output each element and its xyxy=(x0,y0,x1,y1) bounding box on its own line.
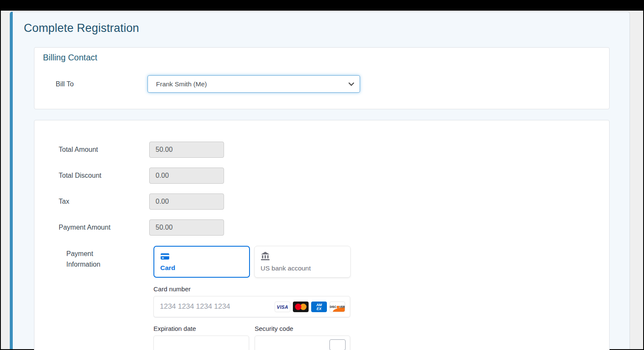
page-title: Complete Registration xyxy=(24,22,630,35)
card-icon xyxy=(160,252,170,261)
bill-to-select-wrap: Frank Smith (Me) xyxy=(148,75,360,93)
expiration-date-field xyxy=(153,336,249,350)
payment-method-tab-us-bank-account-label: US bank account xyxy=(261,265,344,272)
card-number-label: Card number xyxy=(153,285,350,293)
billing-contact-card: Billing Contact Bill To Frank Smith (Me) xyxy=(34,47,610,109)
total-amount-input xyxy=(149,142,224,158)
expiration-security-row: Expiration date Security code xyxy=(153,317,350,350)
payment-method-tab-us-bank-account[interactable]: US bank account xyxy=(254,246,351,278)
card-number-field: VISA AM EX xyxy=(153,296,350,317)
security-code-field xyxy=(255,336,350,350)
total-discount-row: Total Discount xyxy=(34,168,609,184)
card-brand-icons: VISA AM EX xyxy=(275,302,345,312)
total-amount-label: Total Amount xyxy=(34,146,149,154)
desktop-background: Complete Registration Billing Contact Bi… xyxy=(1,11,643,349)
payment-method-tab-card[interactable]: Card xyxy=(153,246,250,278)
top-bar xyxy=(0,0,644,11)
bill-to-select[interactable]: Frank Smith (Me) xyxy=(148,75,360,93)
tax-input xyxy=(149,193,224,210)
security-code-label: Security code xyxy=(255,325,350,332)
expiration-date-input[interactable] xyxy=(154,336,211,350)
payment-amount-row: Payment Amount xyxy=(34,219,609,236)
amex-icon: AM EX xyxy=(311,302,327,312)
mastercard-icon xyxy=(293,302,309,312)
payment-information-row: Payment Information Card xyxy=(34,246,609,278)
payment-information-label: Payment Information xyxy=(34,246,153,270)
payment-amount-input xyxy=(149,219,224,236)
billing-contact-heading: Billing Contact xyxy=(43,53,601,63)
cvc-card-icon xyxy=(329,339,346,350)
main-panel: Complete Registration Billing Contact Bi… xyxy=(10,11,630,349)
expiration-date-label: Expiration date xyxy=(153,325,249,332)
payment-method-tabs: Card US bank account xyxy=(153,246,351,278)
payment-card: Total Amount Total Discount Tax Payment … xyxy=(34,120,610,350)
bill-to-row: Bill To Frank Smith (Me) xyxy=(43,75,601,93)
security-code-input[interactable] xyxy=(255,336,312,350)
total-discount-input xyxy=(149,168,224,184)
security-code-column: Security code xyxy=(255,317,350,350)
payment-amount-label: Payment Amount xyxy=(34,224,149,231)
card-number-input[interactable] xyxy=(154,296,272,317)
tax-label: Tax xyxy=(34,198,149,205)
visa-icon: VISA xyxy=(275,302,290,312)
payment-method-tab-card-label: Card xyxy=(160,264,243,272)
discover-icon: DISC VER xyxy=(329,302,345,312)
bank-icon xyxy=(261,252,270,260)
card-details-form: Card number VISA AM xyxy=(153,285,350,350)
expiration-date-column: Expiration date xyxy=(153,317,249,350)
total-amount-row: Total Amount xyxy=(34,142,609,158)
tax-row: Tax xyxy=(34,193,609,210)
bill-to-label: Bill To xyxy=(43,80,148,88)
total-discount-label: Total Discount xyxy=(34,172,149,179)
